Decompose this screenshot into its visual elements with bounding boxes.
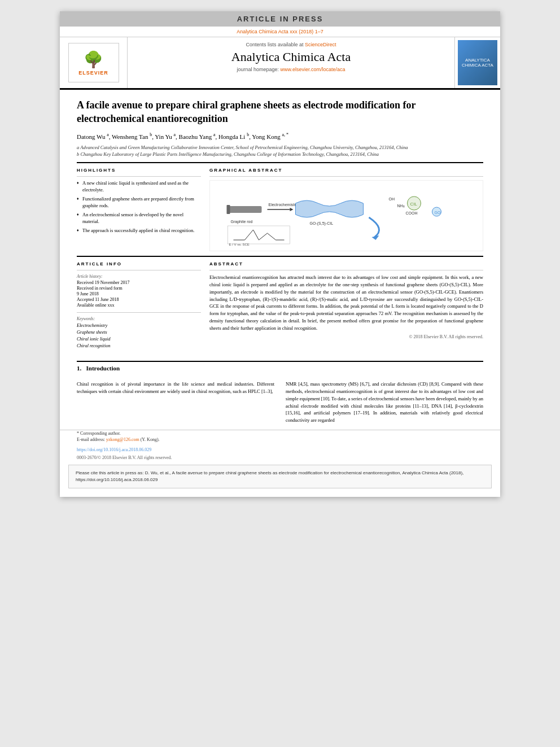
- abstract-col: ABSTRACT Electrochemical enantiorecognit…: [209, 261, 483, 350]
- history-label: Article history:: [77, 274, 201, 279]
- divider-keywords: [77, 312, 201, 313]
- highlight-item-1: A new chiral ionic liquid is synthesized…: [77, 180, 201, 194]
- keywords-list: Electrochemistry Graphene sheets Chiral …: [77, 322, 201, 350]
- received-revised-date: 9 June 2018: [77, 291, 201, 296]
- keyword-4: Chiral recognition: [77, 343, 201, 350]
- intro-body: Chiral recognition is of pivotal importa…: [60, 381, 500, 430]
- affiliations: a Advanced Catalysis and Green Manufactu…: [77, 145, 483, 158]
- sciencedirect-link[interactable]: ScienceDirect: [305, 42, 336, 47]
- article-info-col: ARTICLE INFO Article history: Received 1…: [77, 261, 201, 350]
- svg-text:NH₂: NH₂: [397, 204, 405, 208]
- homepage-prefix: journal homepage:: [237, 67, 280, 72]
- journal-center: Contents lists available at ScienceDirec…: [128, 37, 455, 88]
- ga-label: GRAPHICAL ABSTRACT: [209, 168, 483, 173]
- highlight-item-3: An electrochemical sensor is developed b…: [77, 212, 201, 225]
- highlights-list: A new chiral ionic liquid is synthesized…: [77, 180, 201, 234]
- svg-text:OH: OH: [389, 197, 395, 201]
- citation-line: Analytica Chimica Acta xxx (2018) 1–7: [60, 27, 500, 37]
- journal-header: 🌳 ELSEVIER Contents lists available at S…: [60, 37, 500, 90]
- svg-text:GO: GO: [435, 211, 441, 215]
- highlight-item-4: The approach is successfully applied in …: [77, 228, 201, 234]
- journal-homepage: journal homepage: www.elsevier.com/locat…: [136, 67, 446, 72]
- doi-url[interactable]: https://doi.org/10.1016/j.aca.2018.06.02…: [77, 447, 151, 452]
- graphical-abstract-col: GRAPHICAL ABSTRACT Graphite rod Electroc…: [209, 168, 483, 251]
- elsevier-tree-icon: 🌳: [84, 50, 103, 69]
- intro-col2: NMR [4,5], mass spectrometry (MS) [6,7],…: [286, 381, 483, 424]
- divider-thick-1: [77, 162, 483, 163]
- introduction-section: 1. Introduction: [60, 362, 500, 381]
- svg-text:Graphite rod: Graphite rod: [231, 220, 253, 224]
- keyword-3: Chiral ionic liquid: [77, 336, 201, 343]
- aip-banner-text: ARTICLE IN PRESS: [237, 15, 323, 23]
- svg-text:GO-(S,5)-CIL: GO-(S,5)-CIL: [310, 221, 334, 226]
- keyword-2: Graphene sheets: [77, 329, 201, 336]
- highlights-col: HIGHLIGHTS A new chiral ionic liquid is …: [77, 168, 201, 251]
- article-title: A facile avenue to prepare chiral graphe…: [77, 98, 483, 126]
- divider-highlights: [77, 176, 201, 177]
- affiliation-a: a Advanced Catalysis and Green Manufactu…: [77, 145, 483, 151]
- main-content: A facile avenue to prepare chiral graphe…: [60, 90, 500, 361]
- intro-col2-text: NMR [4,5], mass spectrometry (MS) [6,7],…: [286, 381, 483, 424]
- divider-info: [77, 270, 201, 270]
- homepage-url[interactable]: www.elsevier.com/locate/aca: [281, 67, 345, 72]
- keyword-1: Electrochemistry: [77, 322, 201, 329]
- svg-rect-1: [227, 205, 230, 214]
- divider-abstract: [209, 270, 483, 270]
- elsevier-logo-box: 🌳 ELSEVIER: [68, 43, 119, 82]
- email-link[interactable]: yzkong@126.com: [106, 437, 139, 442]
- divider-thick-2: [77, 256, 483, 257]
- svg-rect-0: [228, 206, 262, 213]
- svg-text:CIL: CIL: [410, 202, 418, 207]
- article-info-label: ARTICLE INFO: [77, 261, 201, 267]
- abstract-text: Electrochemical enantiorecognition has a…: [209, 274, 483, 331]
- aip-banner: ARTICLE IN PRESS: [60, 11, 500, 27]
- footnote-section: * Corresponding author. E-mail address: …: [60, 430, 500, 445]
- keywords-label: Keywords:: [77, 316, 201, 321]
- footer-citation-box: Please cite this article in press as: D.…: [68, 465, 492, 488]
- divider-ga: [209, 176, 483, 177]
- sciencedirect-prefix: Contents lists available at: [246, 42, 305, 47]
- journal-cover-img: ANALYTICA CHIMICA ACTA: [458, 40, 497, 85]
- intro-col1-text: Chiral recognition is of pivotal importa…: [77, 381, 274, 395]
- footnote-email: E-mail address: yzkong@126.com (Y. Kong)…: [77, 436, 483, 443]
- graphical-abstract-svg: Graphite rod Electrochemistry GO-(S,5)-C…: [213, 184, 480, 246]
- svg-marker-4: [290, 208, 294, 211]
- journal-title: Analytica Chimica Acta: [136, 50, 446, 64]
- svg-text:Electrochemistry: Electrochemistry: [269, 203, 298, 207]
- page: ARTICLE IN PRESS Analytica Chimica Acta …: [60, 11, 500, 497]
- journal-logo-right: ANALYTICA CHIMICA ACTA: [455, 37, 500, 88]
- abstract-label: ABSTRACT: [209, 261, 483, 267]
- authors: Datong Wu a, Wensheng Tan b, Yin Yu a, B…: [77, 132, 483, 141]
- copyright-line: © 2018 Elsevier B.V. All rights reserved…: [209, 334, 483, 339]
- accepted-date: Accepted 11 June 2018: [77, 297, 201, 302]
- intro-col1: Chiral recognition is of pivotal importa…: [77, 381, 274, 424]
- elsevier-label: ELSEVIER: [78, 70, 108, 76]
- intro-title: 1. Introduction: [77, 365, 483, 372]
- svg-text:E / V vs. SCE: E / V vs. SCE: [229, 243, 250, 246]
- received-date: Received 19 November 2017: [77, 280, 201, 285]
- sciencedirect-line: Contents lists available at ScienceDirec…: [136, 42, 446, 47]
- highlights-ga-row: HIGHLIGHTS A new chiral ionic liquid is …: [77, 168, 483, 251]
- affiliation-b: b Changzhou Key Laboratory of Large Plas…: [77, 151, 483, 158]
- footer-citation-text: Please cite this article in press as: D.…: [76, 470, 463, 482]
- citation-text: Analytica Chimica Acta xxx (2018) 1–7: [237, 29, 323, 34]
- issn-line: 0003-2670/© 2018 Elsevier B.V. All right…: [60, 454, 500, 465]
- svg-rect-8: [228, 226, 290, 244]
- graphical-abstract-box: Graphite rod Electrochemistry GO-(S,5)-C…: [209, 180, 483, 251]
- doi-line: https://doi.org/10.1016/j.aca.2018.06.02…: [60, 445, 500, 454]
- highlight-item-2: Functionalized graphene sheets are prepa…: [77, 196, 201, 209]
- journal-logo-left: 🌳 ELSEVIER: [60, 37, 128, 88]
- highlights-label: HIGHLIGHTS: [77, 168, 201, 173]
- svg-text:COOH: COOH: [406, 211, 418, 215]
- article-info-abstract-row: ARTICLE INFO Article history: Received 1…: [77, 261, 483, 350]
- received-revised-label: Received in revised form: [77, 286, 201, 291]
- available-date: Available online xxx: [77, 303, 201, 308]
- footnote-corresponding: * Corresponding author.: [77, 430, 483, 436]
